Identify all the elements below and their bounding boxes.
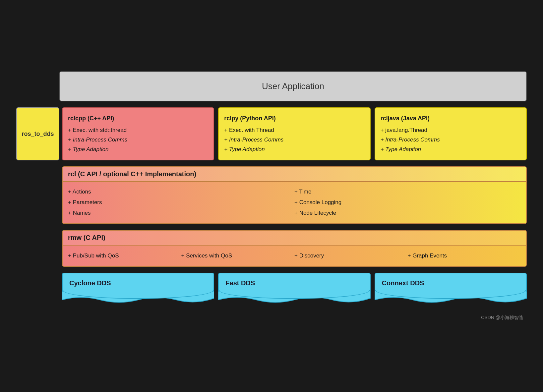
dds-row: Cyclone DDS Fast DDS Connext DDS — [16, 273, 527, 305]
rcl-title: rcl (C API / optional C++ Implementation… — [63, 167, 526, 182]
rmw-pubsub: + Pub/Sub with QoS — [68, 252, 119, 259]
spacer-2 — [16, 166, 59, 224]
rmw-col4: + Graph Events — [408, 250, 521, 261]
spacer-4 — [16, 273, 59, 305]
rclpy-feature-1: + Exec. with Thread — [224, 126, 364, 135]
rcljava-box: rcljava (Java API) + java.lang.Thread + … — [375, 107, 527, 160]
rmw-box: rmw (C API) + Pub/Sub with QoS + Service… — [62, 230, 527, 267]
rcl-col2-f1: + Time — [294, 187, 521, 197]
fast-dds-label: Fast DDS — [225, 279, 255, 287]
diagram-container: User Application ros_to_dds rclcpp (C++ … — [10, 61, 533, 330]
rcl-col1-f1: + Actions — [68, 187, 294, 197]
rcl-col1-f3: + Names — [68, 208, 294, 218]
cyclone-dds-label: Cyclone DDS — [69, 279, 111, 287]
rmw-col1: + Pub/Sub with QoS — [68, 250, 181, 261]
rclcpp-feature-1: + Exec. with std::thread — [68, 126, 208, 135]
rmw-col3: + Discovery — [294, 250, 408, 261]
rmw-graph-events: + Graph Events — [408, 252, 447, 259]
connext-dds-box: Connext DDS — [375, 273, 527, 292]
connext-dds-label: Connext DDS — [382, 279, 424, 287]
rcl-col2-f3: + Node Lifecycle — [294, 208, 521, 218]
dds-inner: Cyclone DDS Fast DDS Connext DDS — [62, 273, 527, 305]
cyclone-dds-box: Cyclone DDS — [62, 273, 214, 292]
watermark-text: CSDN @小海聊智造 — [481, 315, 523, 320]
rcl-col1-f2: + Parameters — [68, 197, 294, 208]
rcljava-feature-2: + Intra-Process Comms — [381, 135, 521, 145]
fast-dds-box: Fast DDS — [218, 273, 370, 292]
ros-to-dds-label: ros_to_dds — [16, 107, 59, 160]
rmw-row: rmw (C API) + Pub/Sub with QoS + Service… — [16, 230, 527, 267]
rclcpp-feature-3: + Type Adaption — [68, 145, 208, 154]
rclpy-feature-3: + Type Adaption — [224, 145, 364, 154]
spacer-3 — [16, 230, 59, 267]
rcl-clients-inner: rclcpp (C++ API) + Exec. with std::threa… — [62, 107, 527, 160]
user-application-label: User Application — [262, 81, 324, 91]
rclpy-box: rclpy (Python API) + Exec. with Thread +… — [218, 107, 370, 160]
user-app-row: User Application — [16, 71, 527, 101]
spacer-1 — [16, 71, 59, 101]
rcl-row: rcl (C API / optional C++ Implementation… — [16, 166, 527, 224]
rmw-col2: + Services with QoS — [181, 250, 295, 261]
user-application-box: User Application — [59, 71, 527, 101]
cyclone-wrapper: Cyclone DDS — [62, 273, 214, 305]
rcl-col2-f2: + Console Logging — [294, 197, 521, 208]
rclcpp-feature-2: + Intra-Process Comms — [68, 135, 208, 145]
rcl-box: rcl (C API / optional C++ Implementation… — [62, 166, 527, 224]
rmw-services: + Services with QoS — [181, 252, 232, 259]
rcljava-title: rcljava (Java API) — [381, 113, 521, 124]
rmw-features: + Pub/Sub with QoS + Services with QoS +… — [63, 246, 526, 266]
rclpy-title: rclpy (Python API) — [224, 113, 364, 124]
rclcpp-box: rclcpp (C++ API) + Exec. with std::threa… — [62, 107, 214, 160]
connext-wrapper: Connext DDS — [375, 273, 527, 305]
watermark: CSDN @小海聊智造 — [16, 315, 527, 321]
rcljava-feature-3: + Type Adaption — [381, 145, 521, 154]
rcl-col2: + Time + Console Logging + Node Lifecycl… — [294, 187, 521, 219]
rclcpp-title: rclcpp (C++ API) — [68, 113, 208, 124]
rclpy-feature-2: + Intra-Process Comms — [224, 135, 364, 145]
fast-wrapper: Fast DDS — [218, 273, 370, 305]
rcl-col1: + Actions + Parameters + Names — [68, 187, 294, 219]
rcl-clients-row: ros_to_dds rclcpp (C++ API) + Exec. with… — [16, 107, 527, 160]
rcljava-feature-1: + java.lang.Thread — [381, 126, 521, 135]
rmw-discovery: + Discovery — [294, 252, 324, 259]
rmw-title: rmw (C API) — [63, 231, 526, 246]
rcl-features: + Actions + Parameters + Names + Time + … — [63, 182, 526, 223]
